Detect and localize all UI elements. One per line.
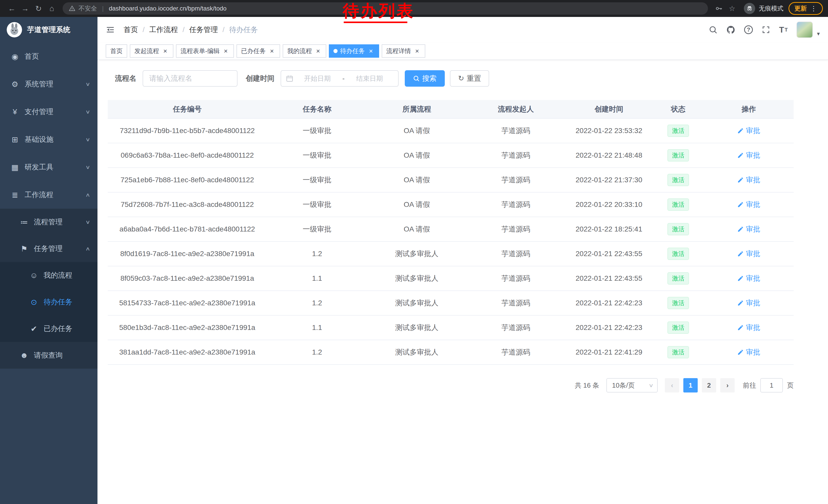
app-logo-row[interactable]: 芋道管理系统	[0, 17, 97, 43]
page-size-select[interactable]: 10条/页 ∨	[606, 378, 658, 393]
date-range-picker[interactable]: 开始日期 - 结束日期	[281, 70, 399, 87]
status-badge: 激活	[667, 321, 689, 334]
process-cell: OA 请假	[367, 217, 466, 241]
sidebar: 芋道管理系统 ◉ 首页 ⚙ 系统管理 ∨	[0, 17, 97, 504]
approve-link[interactable]: 审批	[737, 126, 760, 136]
approve-link[interactable]: 审批	[737, 249, 760, 259]
tab-close-icon[interactable]: ×	[222, 47, 229, 55]
calendar-icon	[286, 75, 293, 82]
refresh-icon: ↻	[458, 75, 464, 82]
header-actions: ? ▾	[709, 21, 820, 38]
incognito-label: 无痕模式	[759, 4, 783, 12]
column-header-created: 创建时间	[565, 100, 653, 119]
process-name-input[interactable]	[142, 70, 238, 87]
sidebar-item[interactable]: ☺ 我的流程	[0, 262, 97, 289]
sidebar-item[interactable]: ≔ 流程管理 ∨	[0, 209, 97, 235]
sidebar-item[interactable]: ⚑ 任务管理 ∧	[0, 235, 97, 262]
breadcrumb-item[interactable]: 待办任务	[229, 25, 258, 35]
approve-link-label: 审批	[746, 323, 760, 332]
reset-button[interactable]: ↻ 重置	[450, 70, 489, 87]
page-url: dashboard.yudao.iocoder.cn/bpm/task/todo	[109, 5, 226, 12]
search-button[interactable]: 搜索	[405, 70, 445, 87]
created-cell: 2022-01-22 18:25:41	[565, 217, 653, 241]
created-cell: 2022-01-21 22:41:29	[565, 340, 653, 365]
prev-page-button[interactable]: ‹	[665, 378, 679, 393]
user-avatar[interactable]	[796, 21, 813, 38]
back-icon[interactable]: ←	[5, 4, 18, 13]
fullscreen-icon[interactable]	[761, 26, 770, 34]
sidebar-item[interactable]: ◉ 首页	[0, 43, 97, 70]
status-cell: 激活	[653, 168, 704, 192]
chevron-icon: ∨	[85, 109, 90, 115]
tab-close-icon[interactable]: ×	[367, 47, 374, 55]
approve-link[interactable]: 审批	[737, 298, 760, 308]
forward-icon[interactable]: →	[18, 4, 32, 13]
font-size-icon[interactable]	[779, 25, 788, 35]
view-tab[interactable]: 待办任务 ×	[329, 44, 379, 58]
task-name-cell: 1.1	[267, 266, 367, 291]
initiator-cell: 芋道源码	[466, 143, 565, 168]
sidebar-item-label: 请假查询	[34, 351, 63, 360]
avatar-caret-icon[interactable]: ▾	[817, 31, 820, 37]
password-key-icon[interactable]	[712, 4, 726, 12]
sidebar-item[interactable]: ⊙ 待办任务	[0, 289, 97, 315]
sidebar-item[interactable]: ▦ 研发工具 ∨	[0, 153, 97, 181]
breadcrumb-item[interactable]: 首页	[124, 25, 138, 35]
column-header-initiator: 流程发起人	[466, 100, 565, 119]
chevron-icon: ∧	[85, 245, 90, 252]
view-tab[interactable]: 发起流程 ×	[130, 44, 173, 58]
browser-menu-icon[interactable]: ⋮	[810, 5, 817, 12]
sidebar-item[interactable]: ¥ 支付管理 ∨	[0, 98, 97, 126]
sidebar-item[interactable]: ✔ 已办任务	[0, 315, 97, 342]
approve-link[interactable]: 审批	[737, 274, 760, 283]
process-cell: 测试多审批人	[367, 340, 466, 365]
initiator-cell: 芋道源码	[466, 217, 565, 241]
approve-link[interactable]: 审批	[737, 150, 760, 160]
tab-close-icon[interactable]: ×	[162, 47, 169, 55]
created-cell: 2022-01-21 22:43:55	[565, 266, 653, 291]
bookmark-star-icon[interactable]: ☆	[726, 4, 739, 13]
reload-icon[interactable]: ↻	[32, 4, 45, 13]
view-tab[interactable]: 已办任务 ×	[237, 44, 280, 58]
task-name-cell: 一级审批	[267, 217, 367, 241]
next-page-button[interactable]: ›	[720, 378, 735, 393]
tab-close-icon[interactable]: ×	[315, 47, 322, 55]
github-icon[interactable]	[726, 25, 735, 34]
approve-link[interactable]: 审批	[737, 200, 760, 210]
update-button[interactable]: 更新 ⋮	[788, 2, 823, 15]
incognito-indicator: 无痕模式	[744, 3, 783, 14]
approve-link[interactable]: 审批	[737, 348, 760, 357]
breadcrumb-item[interactable]: 工作流程	[149, 25, 178, 35]
help-icon[interactable]: ?	[744, 26, 753, 34]
status-badge: 激活	[667, 346, 689, 358]
view-tab[interactable]: 流程表单-编辑 ×	[176, 44, 234, 58]
chevron-icon: ∨	[85, 81, 90, 87]
home-icon[interactable]: ⌂	[45, 4, 58, 13]
page-number-button[interactable]: 1	[683, 378, 698, 393]
sidebar-item[interactable]: ☻ 请假查询	[0, 342, 97, 369]
edit-pencil-icon	[737, 226, 744, 232]
view-tab[interactable]: 流程详情 ×	[382, 44, 425, 58]
tab-close-icon[interactable]: ×	[413, 47, 421, 55]
breadcrumb-item[interactable]: 任务管理	[189, 25, 218, 35]
approve-link[interactable]: 审批	[737, 323, 760, 332]
sidebar-item[interactable]: ⊞ 基础设施 ∨	[0, 126, 97, 153]
fold-menu-icon[interactable]	[106, 25, 115, 34]
view-tab[interactable]: 首页	[106, 44, 127, 58]
monitor-icon: ⊞	[10, 135, 19, 144]
sidebar-item[interactable]: ≣ 工作流程 ∧	[0, 181, 97, 209]
edit-pencil-icon	[737, 177, 744, 183]
status-badge: 激活	[667, 248, 689, 260]
page-number-button[interactable]: 2	[702, 378, 716, 393]
approve-link[interactable]: 审批	[737, 224, 760, 234]
tabs-bar: 首页 发起流程 × 流程表单-编辑 ×	[97, 43, 828, 60]
approve-link[interactable]: 审批	[737, 175, 760, 185]
table-row: 75d72608-7b7f-11ec-a3c8-acde48001122 一级审…	[108, 192, 794, 217]
sidebar-item[interactable]: ⚙ 系统管理 ∨	[0, 70, 97, 98]
chevron-icon: ∨	[85, 136, 90, 142]
pagination: 共 16 条 10条/页 ∨ ‹ 1 2 › 前往 页	[108, 378, 794, 393]
goto-page-input[interactable]	[760, 378, 783, 393]
view-tab[interactable]: 我的流程 ×	[283, 44, 326, 58]
search-icon[interactable]	[709, 26, 717, 34]
tab-close-icon[interactable]: ×	[268, 47, 276, 55]
